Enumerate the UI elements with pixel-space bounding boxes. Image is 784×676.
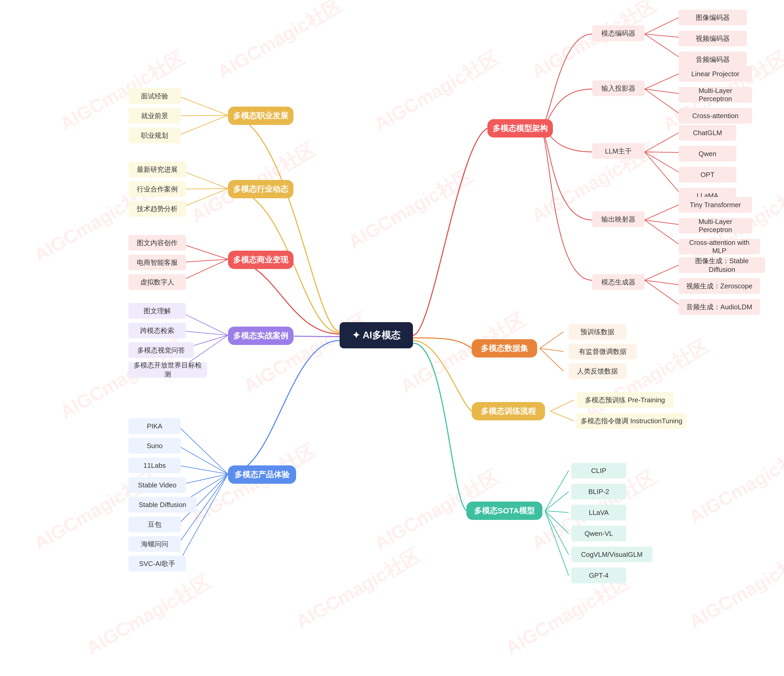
watermark-23: AIGCmagic社区: [684, 543, 784, 634]
svg-line-41: [178, 446, 228, 474]
leaf-mlp: Multi-Layer Perceptron: [679, 87, 752, 103]
sub-llm-backbone: LLM主干: [592, 143, 645, 159]
leaf-opt: OPT: [679, 167, 736, 183]
sub-modal-generator: 模态生成器: [592, 274, 645, 290]
svg-line-8: [645, 152, 679, 172]
watermark-8: AIGCmagic社区: [344, 163, 477, 255]
cat-multimodal-arch: 多模态模型架构: [487, 119, 553, 137]
watermark-2: AIGCmagic社区: [213, 0, 346, 85]
leaf-qwen-vl: Qwen-VL: [571, 526, 626, 541]
leaf-cross-modal: 跨模态检索: [128, 323, 186, 339]
svg-line-29: [178, 115, 228, 135]
leaf-audio-gen: 音频生成：AudioLDM: [679, 299, 760, 315]
leaf-chatglm: ChatGLM: [679, 125, 736, 141]
cat-multimodal-dataset: 多模态数据集: [472, 339, 537, 357]
leaf-pretraining: 多模态预训练 Pre-Training: [577, 392, 674, 408]
watermark-20: AIGCmagic社区: [82, 569, 215, 660]
svg-line-0: [645, 17, 679, 34]
cat-multimodal-cases: 多模态实战案例: [228, 326, 294, 345]
leaf-rlhf-data: 人类反馈数据: [569, 363, 626, 379]
leaf-cross-attn-mlp: Cross-attention with MLP: [679, 239, 760, 255]
svg-line-16: [540, 332, 563, 348]
cat-multimodal-products: 多模态产品体验: [228, 465, 296, 484]
leaf-svc: SVC-AI歌手: [128, 556, 186, 572]
svg-line-20: [550, 411, 574, 421]
svg-line-17: [540, 348, 563, 351]
watermark-16: AIGCmagic社区: [187, 438, 320, 530]
watermark-21: AIGCmagic社区: [291, 543, 425, 634]
svg-line-10: [645, 205, 679, 220]
leaf-cross-attn: Cross-attention: [679, 108, 752, 124]
watermark-4: AIGCmagic社区: [527, 0, 661, 85]
leaf-supervised-data: 有监督微调数据: [569, 343, 637, 359]
svg-line-21: [545, 471, 569, 511]
leaf-gpt4: GPT-4: [571, 567, 626, 583]
watermark-12: AIGCmagic社区: [239, 307, 372, 399]
svg-line-14: [645, 280, 679, 285]
leaf-img-encoder: 图像编码器: [679, 10, 747, 25]
leaf-ecommerce: 电商智能客服: [128, 255, 186, 270]
leaf-img-text: 图文理解: [128, 303, 186, 319]
svg-line-1: [645, 34, 679, 37]
leaf-pika: PIKA: [128, 418, 181, 434]
cat-multimodal-industry: 多模态行业动态: [228, 180, 294, 198]
leaf-tech-trend: 技术趋势分析: [128, 201, 186, 217]
svg-line-11: [645, 220, 679, 224]
leaf-11labs: 11Labs: [128, 458, 181, 473]
svg-line-7: [645, 152, 679, 152]
svg-line-2: [645, 34, 679, 57]
svg-line-6: [645, 133, 679, 152]
watermark-3: AIGCmagic社区: [370, 45, 503, 137]
svg-line-24: [545, 511, 569, 533]
leaf-clip: CLIP: [571, 463, 626, 479]
leaf-content-creation: 图文内容创作: [128, 235, 186, 251]
center-node: ✦ AI多模态: [339, 322, 413, 348]
leaf-open-world: 多模态开放世界目标检测: [128, 362, 207, 378]
leaf-blip2: BLIP-2: [571, 484, 626, 499]
leaf-career-prospect: 就业前景: [128, 108, 181, 124]
watermark-19: AIGCmagic社区: [684, 438, 784, 530]
leaf-mlp2: Multi-Layer Perceptron: [679, 218, 752, 234]
sub-output-projector: 输出映射器: [592, 211, 645, 227]
svg-line-18: [540, 348, 563, 371]
svg-line-40: [178, 426, 228, 474]
svg-line-28: [178, 115, 228, 116]
cat-multimodal-sota: 多模态SOTA模型: [467, 502, 543, 520]
sub-input-projector: 输入投影器: [592, 81, 645, 96]
svg-line-4: [645, 89, 679, 93]
cat-multimodal-commerce: 多模态商业变现: [228, 251, 294, 269]
leaf-tiny-transformer: Tiny Transformer: [679, 197, 752, 213]
leaf-career-plan: 职业规划: [128, 127, 181, 143]
svg-line-13: [645, 265, 679, 280]
svg-line-9: [645, 152, 679, 192]
svg-line-26: [545, 511, 569, 575]
leaf-img-gen: 图像生成：Stable Diffusion: [679, 257, 765, 273]
leaf-virtual-human: 虚拟数字人: [128, 274, 186, 290]
center-label: AI多模态: [362, 329, 400, 342]
svg-line-22: [545, 492, 569, 511]
leaf-audio-encoder: 音频编码器: [679, 51, 747, 67]
center-icon: ✦: [352, 330, 360, 341]
svg-line-5: [645, 89, 679, 113]
svg-line-19: [550, 400, 574, 411]
leaf-visual-qa: 多模态视觉问答: [128, 342, 194, 358]
svg-line-12: [645, 220, 679, 244]
svg-line-23: [545, 511, 569, 513]
sub-modal-encoder: 模态编码器: [592, 25, 645, 41]
leaf-suno: Suno: [128, 438, 181, 454]
leaf-doubao: 豆包: [128, 516, 181, 532]
leaf-interview: 面试经验: [128, 88, 181, 104]
svg-line-25: [545, 511, 569, 555]
leaf-cogvlm: CogVLM/VisualGLM: [571, 547, 652, 563]
cat-multimodal-career: 多模态职业发展: [228, 107, 294, 125]
svg-line-27: [178, 96, 228, 115]
leaf-pretrain-data: 预训练数据: [569, 324, 626, 340]
leaf-video-encoder: 视频编码器: [679, 31, 747, 47]
svg-line-15: [645, 280, 679, 305]
leaf-stable-video: Stable Video: [128, 477, 186, 493]
leaf-research: 最新研究进展: [128, 162, 186, 177]
cat-multimodal-training: 多模态训练流程: [472, 402, 545, 420]
leaf-industry-case: 行业合作案例: [128, 181, 186, 197]
svg-line-3: [645, 74, 679, 89]
leaf-video-gen: 视频生成：Zeroscope: [679, 278, 760, 294]
